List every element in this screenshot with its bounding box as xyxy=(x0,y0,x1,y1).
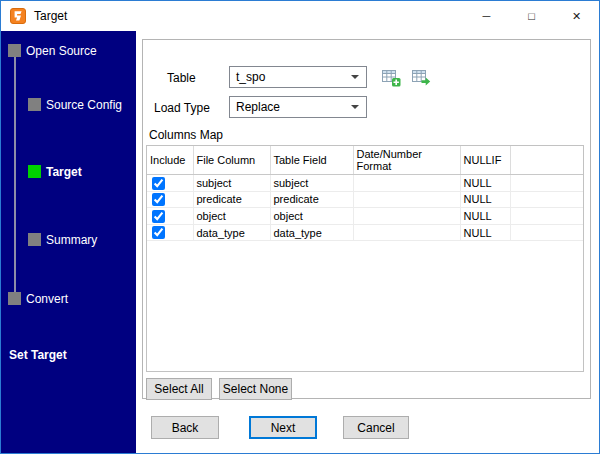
maximize-button[interactable]: □ xyxy=(509,1,554,31)
file-column-cell[interactable]: object xyxy=(193,208,270,225)
window-controls: ─ □ ✕ xyxy=(464,1,599,31)
titlebar: Target ─ □ ✕ xyxy=(1,1,599,31)
app-logo-icon xyxy=(10,8,26,24)
include-cell[interactable] xyxy=(147,191,193,208)
load-type-select[interactable]: Replace xyxy=(229,96,367,118)
target-dialog: Target ─ □ ✕ Open Source Source Config T… xyxy=(0,0,600,454)
load-type-label: Load Type xyxy=(154,101,210,115)
step-marker-convert xyxy=(8,292,21,305)
file-column-cell[interactable]: subject xyxy=(193,175,270,192)
step-marker-source-config xyxy=(28,98,41,111)
table-field-cell[interactable]: data_type xyxy=(270,224,353,241)
chevron-down-icon xyxy=(351,75,359,79)
back-button[interactable]: Back xyxy=(151,416,219,439)
load-type-select-value: Replace xyxy=(236,100,280,114)
step-marker-target xyxy=(28,165,41,178)
file-column-cell[interactable]: data_type xyxy=(193,224,270,241)
step-marker-open-source xyxy=(8,44,21,57)
file-column-cell[interactable]: predicate xyxy=(193,191,270,208)
include-cell[interactable] xyxy=(147,208,193,225)
filler-cell xyxy=(510,208,583,225)
table-row: data_typedata_typeNULL xyxy=(147,224,583,241)
format-cell[interactable] xyxy=(353,208,460,225)
header-date-number-format[interactable]: Date/Number Format xyxy=(353,146,460,175)
columns-map-label: Columns Map xyxy=(149,128,223,142)
next-button[interactable]: Next xyxy=(249,416,317,439)
new-table-icon xyxy=(381,67,401,87)
sidebar-status-text: Set Target xyxy=(9,348,67,362)
table-field-cell[interactable]: subject xyxy=(270,175,353,192)
header-include[interactable]: Include xyxy=(147,146,193,175)
nullif-cell[interactable]: NULL xyxy=(460,224,510,241)
step-connector-line xyxy=(14,50,16,298)
columns-map-grid: Include File Column Table Field Date/Num… xyxy=(146,145,584,372)
table-select-value: t_spo xyxy=(236,70,265,84)
target-config-panel: Table t_spo xyxy=(142,39,591,399)
step-marker-summary xyxy=(28,233,41,246)
header-file-column[interactable]: File Column xyxy=(193,146,270,175)
include-checkbox[interactable] xyxy=(152,177,165,190)
header-table-field[interactable]: Table Field xyxy=(270,146,353,175)
include-checkbox[interactable] xyxy=(152,210,165,223)
table-label: Table xyxy=(167,71,196,85)
columns-map-body: subjectsubjectNULLpredicatepredicateNULL… xyxy=(147,175,583,241)
include-checkbox[interactable] xyxy=(152,193,165,206)
format-cell[interactable] xyxy=(353,175,460,192)
cancel-button[interactable]: Cancel xyxy=(343,416,409,439)
minimize-button[interactable]: ─ xyxy=(464,1,509,31)
table-row: objectobjectNULL xyxy=(147,208,583,225)
columns-map-table: Include File Column Table Field Date/Num… xyxy=(147,146,583,241)
nullif-cell[interactable]: NULL xyxy=(460,208,510,225)
step-label-source-config: Source Config xyxy=(46,98,122,112)
format-cell[interactable] xyxy=(353,191,460,208)
browse-table-button[interactable] xyxy=(409,65,433,89)
wizard-sidebar: Open Source Source Config Target Summary… xyxy=(1,31,136,453)
grid-header-row: Include File Column Table Field Date/Num… xyxy=(147,146,583,175)
step-label-convert: Convert xyxy=(26,292,68,306)
table-row: subjectsubjectNULL xyxy=(147,175,583,192)
header-nullif[interactable]: NULLIF xyxy=(460,146,510,175)
select-none-button[interactable]: Select None xyxy=(219,378,292,400)
close-button[interactable]: ✕ xyxy=(554,1,599,31)
new-table-button[interactable] xyxy=(379,65,403,89)
nullif-cell[interactable]: NULL xyxy=(460,191,510,208)
include-cell[interactable] xyxy=(147,175,193,192)
main-area: Table t_spo xyxy=(136,31,599,453)
table-row: predicatepredicateNULL xyxy=(147,191,583,208)
include-checkbox[interactable] xyxy=(152,226,165,239)
step-label-target: Target xyxy=(46,165,82,179)
table-field-cell[interactable]: object xyxy=(270,208,353,225)
chevron-down-icon xyxy=(351,105,359,109)
include-cell[interactable] xyxy=(147,224,193,241)
format-cell[interactable] xyxy=(353,224,460,241)
step-label-summary: Summary xyxy=(46,233,97,247)
header-filler xyxy=(510,146,583,175)
table-select[interactable]: t_spo xyxy=(229,66,367,88)
browse-table-icon xyxy=(411,67,431,87)
table-field-cell[interactable]: predicate xyxy=(270,191,353,208)
filler-cell xyxy=(510,175,583,192)
select-all-button[interactable]: Select All xyxy=(146,378,212,400)
filler-cell xyxy=(510,224,583,241)
step-label-open-source: Open Source xyxy=(26,44,97,58)
nullif-cell[interactable]: NULL xyxy=(460,175,510,192)
filler-cell xyxy=(510,191,583,208)
window-title: Target xyxy=(34,9,67,23)
